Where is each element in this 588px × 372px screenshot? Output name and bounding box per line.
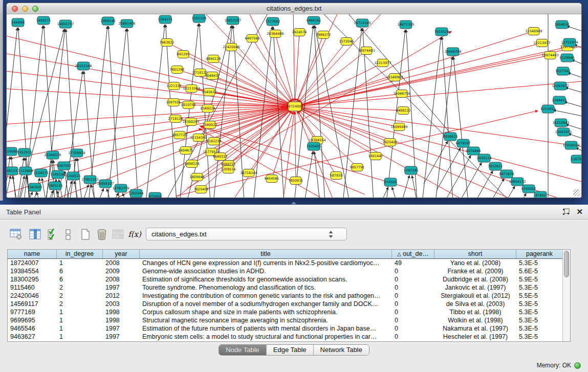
table-cell[interactable]: 0 — [392, 308, 434, 316]
graph-node[interactable]: 2935114 — [477, 154, 492, 162]
table-cell[interactable]: 1997 — [103, 324, 140, 333]
column-header-title[interactable]: title — [140, 250, 392, 258]
graph-node[interactable]: 12093872 — [552, 82, 569, 90]
table-cell[interactable]: 9465546 — [8, 324, 57, 333]
table-cell[interactable]: Jankovic et al. (1997) — [434, 283, 516, 292]
graph-node[interactable]: 1527602 — [266, 17, 280, 26]
graph-node[interactable]: 9454561 — [265, 175, 279, 183]
graph-node[interactable]: 9227343 — [556, 67, 571, 75]
table-cell[interactable]: 22420046 — [8, 292, 57, 300]
graph-node[interactable]: 1552933 — [17, 148, 32, 157]
graph-node[interactable]: 1221335 — [167, 82, 182, 90]
select-all-check-icon[interactable] — [45, 226, 60, 243]
graph-node[interactable]: 974505 — [384, 178, 397, 186]
table-cell[interactable]: 1997 — [103, 283, 140, 292]
table-cell[interactable]: 49 — [392, 259, 434, 267]
graph-node[interactable]: 1055328 — [192, 14, 207, 23]
show-columns-icon[interactable] — [28, 226, 43, 243]
graph-node[interactable]: 587835 — [330, 172, 343, 180]
table-cell[interactable]: 9699695 — [8, 316, 57, 324]
table-cell[interactable]: 5.6E-5 — [516, 267, 562, 275]
graph-node[interactable]: 16958107 — [97, 180, 114, 188]
graph-node[interactable]: 7601248 — [170, 66, 185, 74]
graph-node[interactable]: 17957253 — [81, 176, 98, 184]
graph-node[interactable]: 9857723 — [172, 132, 187, 139]
graph-node[interactable]: 14671355 — [397, 20, 414, 29]
graph-node[interactable]: 7615526 — [434, 28, 449, 36]
graph-node[interactable]: 1250515 — [66, 172, 81, 180]
table-cell[interactable]: Disruption of a novel member of a sodium… — [140, 300, 392, 308]
graph-node[interactable]: 891295 — [177, 51, 190, 58]
column-header-pagerank[interactable]: pagerank — [516, 250, 562, 258]
table-cell[interactable]: 2 — [57, 300, 103, 308]
split-divider-handle[interactable] — [291, 202, 296, 204]
close-panel-icon[interactable]: ✕ — [576, 207, 583, 216]
table-cell[interactable]: 1997 — [103, 333, 140, 341]
graph-node[interactable]: 1498224 — [185, 160, 200, 168]
graph-node[interactable]: 7625409 — [194, 186, 209, 193]
table-cell[interactable]: 5.5E-5 — [516, 292, 562, 300]
table-row[interactable]: 1872400712008Changes of HCN gene express… — [8, 259, 562, 267]
table-cell[interactable]: 1 — [57, 259, 103, 267]
graph-node[interactable]: 14055717 — [57, 20, 74, 28]
graph-node[interactable]: 8215953 — [541, 105, 556, 113]
table-cell[interactable]: 5.9E-5 — [516, 275, 562, 283]
table-cell[interactable]: 5.3E-5 — [516, 308, 562, 316]
graph-node[interactable]: 39133 — [7, 167, 18, 175]
graph-node[interactable]: 1604675 — [179, 147, 193, 155]
tab-edge-table[interactable]: Edge Table — [267, 345, 314, 355]
table-cell[interactable]: Franke et al. (2009) — [434, 267, 516, 275]
table-cell[interactable]: Changes of HCN gene expression and I(f) … — [140, 259, 392, 267]
graph-node[interactable]: 10653287 — [224, 16, 241, 25]
table-cell[interactable]: 0 — [392, 324, 434, 333]
tab-node-table[interactable]: Node Table — [219, 345, 267, 355]
graph-node[interactable]: 6879197 — [456, 139, 471, 147]
table-cell[interactable]: 1 — [57, 308, 103, 316]
column-header-short[interactable]: short — [434, 250, 516, 258]
graph-node[interactable]: 9129946 — [560, 54, 575, 62]
window-titlebar[interactable]: citations_edges.txt — [7, 3, 581, 14]
table-cell[interactable]: 1998 — [103, 316, 140, 324]
memory-ok-indicator[interactable] — [574, 362, 581, 369]
graph-node[interactable]: 1244419 — [552, 96, 567, 104]
tab-network-table[interactable]: Network Table — [314, 345, 369, 355]
graph-node[interactable]: 7625402 — [383, 139, 398, 146]
graph-node[interactable]: 12213363 — [183, 85, 200, 93]
table-row[interactable]: 1938455462009Genome-wide association stu… — [8, 267, 562, 275]
graph-node[interactable]: 1204371 — [158, 15, 173, 24]
graph-node[interactable]: 15751074 — [561, 38, 578, 47]
graph-node[interactable]: 8938923 — [443, 133, 458, 141]
table-cell[interactable]: Investigating the contribution of common… — [140, 292, 392, 300]
table-cell[interactable]: Corpus callosum shape and size in male p… — [140, 308, 392, 316]
column-header-in_degree[interactable]: in_degree — [57, 250, 103, 258]
graph-node[interactable]: 9097587 — [57, 162, 72, 170]
table-cell[interactable]: de Silva et al. (2003) — [434, 300, 516, 308]
graph-node[interactable]: 8471676 — [499, 170, 514, 178]
graph-node[interactable]: 9640313 — [213, 153, 228, 161]
graph-node[interactable]: 1097551 — [166, 99, 181, 106]
column-header-name[interactable]: name — [8, 250, 57, 258]
table-cell[interactable]: Hescheler et al. (1997) — [434, 333, 516, 341]
table-cell[interactable]: 5.3E-5 — [516, 324, 562, 333]
table-cell[interactable]: 5.3E-5 — [516, 300, 562, 308]
graph-node[interactable]: 1654038 — [555, 20, 570, 29]
graph-node[interactable]: 9245052 — [521, 185, 536, 193]
graph-node[interactable]: 97450 — [534, 191, 547, 198]
graph-node[interactable]: 1046437 — [205, 72, 220, 80]
table-cell[interactable]: 0 — [392, 283, 434, 292]
graph-node[interactable]: 1292344 — [129, 189, 144, 198]
graph-node[interactable]: 972450 — [149, 192, 162, 198]
table-cell[interactable]: Stergiakouli et al. (2012) — [434, 292, 516, 300]
graph-node[interactable]: 18724007 — [286, 102, 303, 111]
graph-node[interactable]: 1498222 — [396, 107, 411, 115]
graph-node[interactable]: 17359924 — [68, 149, 85, 157]
table-row[interactable]: 946554611997Estimation of the future num… — [8, 324, 562, 333]
table-cell[interactable]: 1 — [57, 324, 103, 333]
graph-node[interactable]: 1810755 — [181, 101, 196, 109]
table-cell[interactable]: 9777169 — [8, 308, 57, 316]
graph-node[interactable]: 1609948 — [190, 173, 205, 181]
table-cell[interactable]: 5.3E-5 — [516, 283, 562, 292]
graph-node[interactable]: 9466161 — [307, 16, 321, 25]
graph-node[interactable]: 1292345 — [404, 166, 419, 174]
graph-node[interactable]: 10654112 — [509, 178, 526, 186]
